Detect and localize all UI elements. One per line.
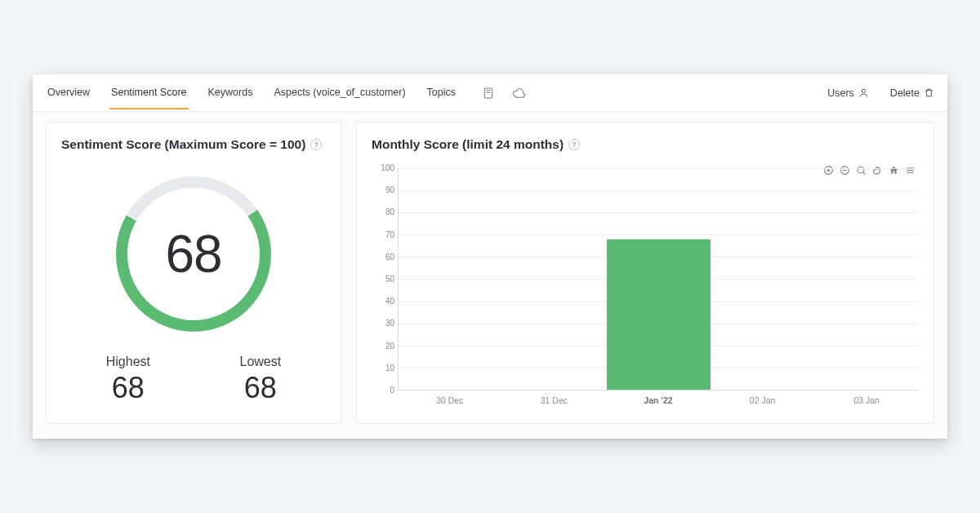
x-tick-label: 03 Jan xyxy=(814,395,919,405)
chart-plot[interactable] xyxy=(398,168,919,390)
tab-sentiment-score[interactable]: Sentiment Score xyxy=(109,77,188,109)
y-tick-label: 20 xyxy=(385,342,394,350)
y-tick-label: 100 xyxy=(381,164,394,172)
users-label: Users xyxy=(827,87,854,99)
y-tick-label: 70 xyxy=(385,231,394,239)
sentiment-gauge: 68 xyxy=(116,176,271,332)
tab-topics[interactable]: Topics xyxy=(425,77,457,109)
sentiment-score-title: Sentiment Score (Maximum Score = 100) ? xyxy=(61,137,326,152)
y-tick-label: 0 xyxy=(390,386,394,395)
header-right-actions: Users Delete xyxy=(827,87,934,99)
chart-area: 0102030405060708090100 xyxy=(372,168,919,390)
y-tick-label: 10 xyxy=(385,364,394,372)
gauge-wrap: 68 xyxy=(61,176,326,332)
x-tick-label: Jan '22 xyxy=(606,395,710,405)
highest-block: Highest 68 xyxy=(106,355,150,405)
gauge-value: 68 xyxy=(165,224,221,284)
tab-icon-group xyxy=(482,87,526,100)
bar[interactable] xyxy=(607,239,710,390)
help-icon[interactable]: ? xyxy=(568,139,580,150)
monthly-score-title-text: Monthly Score (limit 24 months) xyxy=(372,137,564,152)
gridline xyxy=(399,168,919,169)
cloud-icon[interactable] xyxy=(511,87,526,100)
monthly-score-card: Monthly Score (limit 24 months) ? xyxy=(356,122,934,424)
svg-point-3 xyxy=(862,89,865,92)
y-tick-label: 40 xyxy=(385,297,394,306)
trash-icon xyxy=(924,87,934,98)
gridline xyxy=(399,212,919,213)
delete-button[interactable]: Delete xyxy=(890,87,934,99)
x-tick-label: 02 Jan xyxy=(710,395,815,405)
y-tick-label: 60 xyxy=(385,253,394,261)
y-tick-label: 80 xyxy=(385,208,394,216)
svg-rect-0 xyxy=(484,88,492,98)
highest-value: 68 xyxy=(106,371,150,405)
sentiment-score-card: Sentiment Score (Maximum Score = 100) ? … xyxy=(46,122,341,424)
dashboard-panel: Overview Sentiment Score Keywords Aspect… xyxy=(33,74,947,439)
lowest-block: Lowest 68 xyxy=(240,355,282,405)
monthly-score-title: Monthly Score (limit 24 months) ? xyxy=(372,137,919,152)
highest-label: Highest xyxy=(106,355,150,369)
users-button[interactable]: Users xyxy=(827,87,869,99)
delete-label: Delete xyxy=(890,87,920,99)
tab-bar: Overview Sentiment Score Keywords Aspect… xyxy=(33,74,947,112)
tab-aspects[interactable]: Aspects (voice_of_customer) xyxy=(272,77,407,109)
gridline xyxy=(399,190,919,191)
help-icon[interactable]: ? xyxy=(310,139,322,150)
y-tick-label: 50 xyxy=(385,275,394,283)
tab-keywords[interactable]: Keywords xyxy=(207,77,255,109)
y-tick-label: 30 xyxy=(385,319,394,328)
card-view-icon[interactable] xyxy=(482,87,495,100)
x-tick-label: 31 Dec xyxy=(502,395,607,405)
x-axis: 30 Dec31 DecJan '2202 Jan03 Jan xyxy=(398,395,919,405)
content-area: Sentiment Score (Maximum Score = 100) ? … xyxy=(33,112,947,439)
user-icon xyxy=(858,87,869,98)
sentiment-score-title-text: Sentiment Score (Maximum Score = 100) xyxy=(61,137,305,152)
x-tick-label: 30 Dec xyxy=(398,395,502,405)
tab-overview[interactable]: Overview xyxy=(46,77,91,109)
gridline xyxy=(399,234,919,235)
y-tick-label: 90 xyxy=(385,186,394,194)
y-axis: 0102030405060708090100 xyxy=(372,168,398,390)
lowest-label: Lowest xyxy=(240,355,282,369)
high-low-row: Highest 68 Lowest 68 xyxy=(61,355,326,405)
lowest-value: 68 xyxy=(240,371,282,405)
